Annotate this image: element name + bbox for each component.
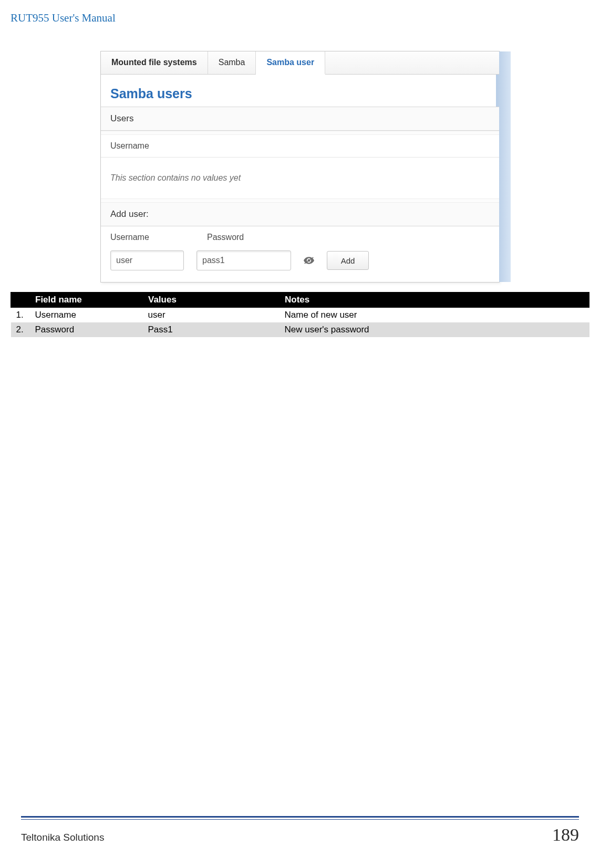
username-label: Username (110, 233, 189, 242)
username-input[interactable] (110, 250, 184, 270)
spacer (101, 131, 499, 135)
page-number: 189 (552, 825, 579, 845)
table-row: 2. Password Pass1 New user's password (11, 322, 589, 337)
th-notes: Notes (280, 292, 589, 308)
tabs: Mounted file systems Samba Samba user (101, 51, 499, 75)
cell-field: Password (30, 322, 143, 337)
eye-icon[interactable] (304, 257, 314, 264)
input-column-labels: Username Password (101, 226, 499, 245)
th-field-name: Field name (30, 292, 143, 308)
tab-samba-user[interactable]: Samba user (256, 51, 325, 75)
cell-note: New user's password (280, 322, 589, 337)
tab-samba[interactable]: Samba (208, 51, 256, 74)
footer-rule-thin (21, 819, 579, 820)
cell-value: Pass1 (143, 322, 280, 337)
spacer (101, 198, 499, 203)
cell-idx: 1. (11, 308, 30, 323)
page-title: Samba users (101, 75, 499, 107)
cell-field: Username (30, 308, 143, 323)
cell-note: Name of new user (280, 308, 589, 323)
password-input[interactable] (196, 250, 291, 270)
th-index (11, 292, 30, 308)
no-values-text: This section contains no values yet (101, 158, 499, 198)
add-user-input-row: Add (101, 245, 499, 282)
cell-idx: 2. (11, 322, 30, 337)
username-subheader: Username (101, 135, 499, 158)
samba-user-screenshot: Mounted file systems Samba Samba user Sa… (100, 51, 500, 283)
users-section-header: Users (101, 107, 499, 131)
footer-rule (21, 816, 579, 818)
add-user-header: Add user: (101, 203, 499, 226)
field-reference-table: Field name Values Notes 1. Username user… (11, 292, 589, 337)
cell-value: user (143, 308, 280, 323)
document-title: RUT955 User's Manual (11, 12, 589, 25)
password-label: Password (207, 233, 291, 242)
add-button[interactable]: Add (327, 251, 369, 270)
page-footer: Teltonika Solutions 189 (21, 816, 579, 845)
table-row: 1. Username user Name of new user (11, 308, 589, 323)
th-values: Values (143, 292, 280, 308)
tab-mounted-file-systems[interactable]: Mounted file systems (101, 51, 208, 74)
footer-company: Teltonika Solutions (21, 832, 104, 843)
screenshot-wrapper: Mounted file systems Samba Samba user Sa… (11, 51, 589, 283)
